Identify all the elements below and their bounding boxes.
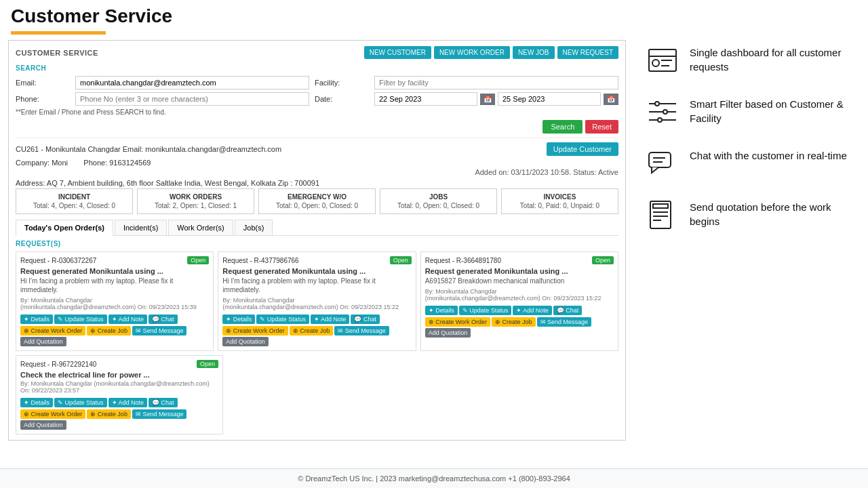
create-job-btn-3[interactable]: ⊕ Create Job — [492, 317, 536, 327]
update-status-btn-3[interactable]: ✎ Update Status — [459, 306, 512, 315]
send-msg-btn-1[interactable]: ✉ Send Message — [132, 326, 187, 336]
add-note-btn-1[interactable]: ✦ Add Note — [108, 314, 148, 324]
svg-rect-15 — [653, 204, 668, 208]
svg-point-2 — [652, 60, 659, 66]
add-quot-btn-2[interactable]: Add Quotation — [222, 337, 269, 346]
add-note-btn-4[interactable]: ✦ Add Note — [108, 398, 148, 407]
details-btn-3[interactable]: ✦ Details — [425, 306, 458, 315]
stat-work-orders[interactable]: WORK ORDERS Total: 2, Open: 1, Closed: 1 — [137, 188, 254, 214]
search-hint: **Enter Email / Phone and Press SEARCH t… — [16, 108, 618, 116]
new-customer-button[interactable]: NEW CUSTOMER — [364, 46, 431, 59]
facility-input[interactable] — [374, 76, 618, 89]
feature-text-4: Send quotation before the work begins — [690, 197, 857, 228]
stat-invoices[interactable]: INVOICES Total: 0, Paid: 0, Unpaid: 0 — [501, 188, 618, 214]
send-msg-btn-3[interactable]: ✉ Send Message — [537, 317, 592, 327]
create-job-btn-1[interactable]: ⊕ Create Job — [87, 326, 131, 336]
add-quot-btn-1[interactable]: Add Quotation — [20, 337, 66, 346]
customer-bar: CU261 - Monikuntala Changdar Email: moni… — [16, 142, 618, 156]
create-job-btn-4[interactable]: ⊕ Create Job — [87, 409, 131, 419]
details-btn-4[interactable]: ✦ Details — [20, 398, 53, 407]
svg-rect-11 — [649, 152, 671, 167]
details-btn-2[interactable]: ✦ Details — [222, 314, 255, 324]
tab-jobs[interactable]: Job(s) — [235, 220, 273, 235]
chat-icon — [645, 146, 680, 181]
reset-button[interactable]: Reset — [585, 120, 618, 134]
send-msg-btn-4[interactable]: ✉ Send Message — [132, 409, 187, 419]
date-to-input[interactable] — [498, 92, 601, 106]
create-wo-btn-2[interactable]: ⊕ Create Work Order — [222, 326, 288, 336]
update-customer-button[interactable]: Update Customer — [547, 142, 618, 156]
add-quot-btn-4[interactable]: Add Quotation — [20, 420, 66, 430]
chat-btn-2[interactable]: 💬 Chat — [351, 314, 380, 324]
new-job-button[interactable]: NEW JOB — [513, 46, 555, 59]
request-card-2: Request - R-4377986766 Open Request gene… — [218, 251, 416, 351]
send-msg-btn-2[interactable]: ✉ Send Message — [334, 326, 389, 336]
date-label: Date: — [315, 95, 369, 103]
action-btns-2b: ⊕ Create Work Order ⊕ Create Job ✉ Send … — [222, 326, 411, 346]
feature-text-3: Chat with the customer in real-time — [690, 146, 847, 163]
footer: © DreamzTech US Inc. | 2023 marketing@dr… — [0, 468, 868, 488]
update-status-btn-4[interactable]: ✎ Update Status — [54, 398, 107, 407]
facility-label: Facility: — [315, 79, 369, 87]
main-panel: CUSTOMER SERVICE NEW CUSTOMER NEW WORK O… — [0, 35, 634, 468]
create-wo-btn-4[interactable]: ⊕ Create Work Order — [20, 409, 85, 419]
update-status-btn-2[interactable]: ✎ Update Status — [256, 314, 309, 324]
action-btns-1a: ✦ Details ✎ Update Status ✦ Add Note 💬 C… — [20, 314, 209, 324]
cs-header: CUSTOMER SERVICE NEW CUSTOMER NEW WORK O… — [16, 46, 618, 59]
request-header-1: Request - R-0306372267 Open — [20, 256, 209, 264]
request-header-3: Request - R-3664891780 Open — [425, 256, 614, 264]
details-btn-1[interactable]: ✦ Details — [20, 314, 53, 324]
stat-incident[interactable]: INCIDENT Total: 4, Open: 4, Closed: 0 — [16, 188, 133, 214]
stats-row: INCIDENT Total: 4, Open: 4, Closed: 0 WO… — [16, 188, 618, 214]
stat-emergency-wo[interactable]: EMERGENCY W/O Total: 0, Open: 0, Closed:… — [258, 188, 376, 214]
create-job-btn-2[interactable]: ⊕ Create Job — [290, 326, 334, 336]
stat-jobs[interactable]: JOBS Total: 0, Open: 0, Closed: 0 — [380, 188, 497, 214]
tab-work-orders[interactable]: Work Order(s) — [168, 220, 233, 235]
tab-incidents[interactable]: Incident(s) — [115, 220, 167, 235]
tab-open-orders[interactable]: Today's Open Order(s) — [16, 220, 113, 236]
feature-panel: Single dashboard for all customer reques… — [634, 35, 868, 468]
chat-btn-1[interactable]: 💬 Chat — [149, 314, 178, 324]
add-note-btn-2[interactable]: ✦ Add Note — [311, 314, 350, 324]
email-label: Email: — [16, 79, 70, 87]
add-quot-btn-3[interactable]: Add Quotation — [425, 328, 471, 338]
added-on: Added on: 03/11/2023 10:58. Status: Acti… — [16, 168, 618, 176]
email-input[interactable] — [75, 76, 309, 89]
action-btns-3b: ⊕ Create Work Order ⊕ Create Job ✉ Send … — [425, 317, 614, 338]
new-work-order-button[interactable]: NEW WORK ORDER — [434, 46, 510, 59]
chat-btn-3[interactable]: 💬 Chat — [553, 306, 583, 315]
phone-input[interactable] — [75, 92, 309, 106]
feature-item-3: Chat with the customer in real-time — [645, 146, 857, 181]
date-to-calendar-icon[interactable]: 📅 — [604, 94, 618, 105]
new-request-button[interactable]: NEW REQUEST — [557, 46, 618, 59]
update-status-btn-1[interactable]: ✎ Update Status — [54, 314, 107, 324]
customer-company: Company: Moni Phone: 9163124569 — [16, 159, 618, 167]
cs-title: CUSTOMER SERVICE — [16, 49, 98, 57]
chat-btn-4[interactable]: 💬 Chat — [149, 398, 178, 407]
filter-icon — [645, 94, 680, 129]
search-button[interactable]: Search — [542, 120, 583, 134]
svg-point-6 — [655, 102, 659, 106]
customer-id: CU261 - Monikuntala Changdar Email: moni… — [16, 145, 281, 153]
create-wo-btn-3[interactable]: ⊕ Create Work Order — [425, 317, 490, 327]
requests-grid: Request - R-0306372267 Open Request gene… — [16, 251, 618, 351]
dashboard-icon — [645, 43, 680, 78]
tabs-row: Today's Open Order(s) Incident(s) Work O… — [16, 220, 618, 236]
date-range: 📅 📅 — [374, 92, 618, 106]
cs-buttons: NEW CUSTOMER NEW WORK ORDER NEW JOB NEW … — [364, 46, 618, 59]
search-actions: Search Reset — [16, 120, 618, 134]
search-label: SEARCH — [16, 64, 618, 72]
footer-text: © DreamzTech US Inc. | 2023 marketing@dr… — [298, 474, 570, 483]
add-note-btn-3[interactable]: ✦ Add Note — [513, 306, 552, 315]
create-wo-btn-1[interactable]: ⊕ Create Work Order — [20, 326, 85, 336]
invoice-icon — [645, 197, 680, 232]
date-from-input[interactable] — [374, 92, 477, 106]
request-card-3: Request - R-3664891780 Open Request gene… — [420, 251, 618, 351]
date-from-calendar-icon[interactable]: 📅 — [480, 94, 495, 105]
action-btns-2a: ✦ Details ✎ Update Status ✦ Add Note 💬 C… — [222, 314, 411, 324]
action-btns-4a: ✦ Details ✎ Update Status ✦ Add Note 💬 C… — [20, 398, 218, 407]
feature-text-1: Single dashboard for all customer reques… — [690, 43, 857, 74]
request-card-1: Request - R-0306372267 Open Request gene… — [16, 251, 214, 351]
search-section: SEARCH Email: Facility: Phone: Date: 📅 — [16, 64, 618, 134]
feature-item-4: Send quotation before the work begins — [645, 197, 857, 232]
